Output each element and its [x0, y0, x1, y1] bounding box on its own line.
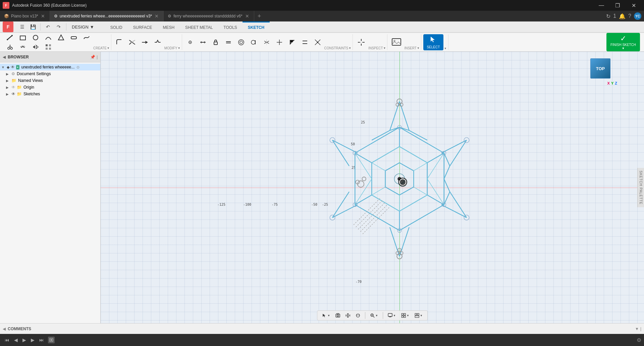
user-avatar[interactable]: YC — [634, 12, 641, 20]
settings-button[interactable]: ⚙ — [637, 337, 641, 343]
line-tool-button[interactable] — [4, 33, 16, 42]
skip-back-button[interactable]: ⏮ — [3, 336, 11, 344]
new-tab-button[interactable]: + — [254, 11, 265, 21]
pan-tool-button[interactable] — [343, 312, 352, 319]
expand-arrow-root[interactable]: ▼ — [1, 65, 6, 69]
browser-pin-icon[interactable]: 📌 — [90, 55, 95, 59]
tab-close-3-button[interactable]: ✕ — [245, 13, 250, 19]
tab-close-active-button[interactable]: ✕ — [154, 13, 159, 19]
lock-constraint-button[interactable] — [210, 38, 222, 47]
trim-tool-button[interactable] — [126, 38, 138, 47]
collinear-constraint-button[interactable] — [197, 38, 209, 47]
eye-icon-origin[interactable]: 👁 — [11, 85, 15, 90]
insert-image-button[interactable] — [389, 36, 404, 49]
finish-sketch-button[interactable]: ✓ FINISH SKETCH ▼ — [606, 33, 640, 51]
eye-icon-root[interactable]: 👁 — [11, 65, 15, 69]
close-button[interactable]: ✕ — [626, 0, 641, 11]
view-cube[interactable]: TOP X Y Z — [590, 58, 617, 85]
eye-icon-sketches[interactable]: 👁 — [11, 92, 15, 96]
undo-button[interactable]: ↶ — [43, 22, 53, 32]
concentric-constraint-button[interactable] — [235, 38, 247, 47]
coincident-constraint-button[interactable] — [184, 38, 196, 47]
perpendicular-constraint-button[interactable] — [286, 38, 298, 47]
next-button[interactable]: ▶ — [29, 336, 37, 344]
refresh-icon[interactable]: ↻ — [606, 13, 610, 19]
tab-solid[interactable]: SOLID — [105, 21, 128, 32]
tab-close-button[interactable]: ✕ — [40, 13, 46, 19]
rectangle-tool-button[interactable] — [17, 33, 29, 42]
skip-forward-button[interactable]: ⏭ — [37, 336, 46, 344]
tree-item-document-settings[interactable]: ▶ ⚙ Document Settings — [0, 70, 100, 77]
tree-item-origin[interactable]: ▶ 👁 📁 Origin — [0, 84, 100, 91]
tab-tools[interactable]: TOOLS — [218, 21, 242, 32]
tree-item-sketches[interactable]: ▶ 👁 📁 Sketches — [0, 91, 100, 97]
workspace-selector[interactable]: DESIGN ▼ — [69, 23, 97, 31]
slot-tool-button[interactable] — [68, 33, 80, 42]
select-button[interactable]: SELECT — [423, 34, 443, 50]
inspect-label-arrow[interactable]: INSPECT ▼ — [368, 46, 386, 50]
fillet-tool-button[interactable] — [113, 38, 125, 47]
browser-collapse-icon[interactable]: ◀ — [3, 55, 6, 59]
tab-ferry-wheel[interactable]: ⚙ unextruded ferries wheee...eeeeeeeeeee… — [50, 11, 164, 21]
polygon-tool-button[interactable] — [55, 33, 67, 42]
record-button[interactable] — [48, 337, 55, 343]
scissors-tool-button[interactable] — [4, 43, 16, 51]
comments-collapse-icon[interactable]: ▼ — [635, 327, 639, 331]
minimize-button[interactable]: — — [594, 0, 609, 11]
constraints-label-arrow[interactable]: CONSTRAINTS ▼ — [324, 46, 352, 50]
symmetric-constraint-button[interactable] — [261, 38, 273, 47]
modify-label-arrow[interactable]: MODIFY ▼ — [164, 46, 180, 50]
horiz-vert-constraint-button[interactable] — [273, 38, 285, 47]
notification-icon[interactable]: 🔔 — [619, 13, 626, 19]
tab-piano-box[interactable]: 📦 Piano box v13* ✕ — [0, 11, 50, 21]
help-icon[interactable]: ? — [628, 13, 631, 19]
comments-expand-icon[interactable]: ◀ — [3, 327, 6, 331]
tree-item-root[interactable]: ▼ ◆ 👁 • unextruded ferries wheeeee... ⊙ — [0, 64, 100, 70]
cursor-tool-button[interactable]: ▼ — [320, 312, 332, 319]
redo-button[interactable]: ↷ — [54, 22, 63, 32]
insert-label-arrow[interactable]: INSERT ▼ — [404, 46, 419, 50]
tab-mesh[interactable]: MESH — [157, 21, 180, 32]
inspect-button[interactable] — [355, 37, 368, 48]
tangent-constraint-button[interactable] — [248, 38, 260, 47]
tree-item-named-views[interactable]: ▶ 📁 Named Views — [0, 77, 100, 84]
view-cube-top-face[interactable]: TOP — [590, 58, 610, 79]
capture-image-button[interactable] — [333, 312, 342, 319]
restore-button[interactable]: ❐ — [610, 0, 625, 11]
arc-tool-button[interactable] — [42, 33, 54, 42]
select-arrow[interactable]: ▼ — [444, 47, 447, 50]
expand-arrow-named[interactable]: ▶ — [6, 79, 11, 83]
parallel-constraint-button[interactable] — [299, 38, 311, 47]
canvas-area[interactable]: 25 50 25 -25 -50 -75 -100 -125 -70 .sket… — [101, 52, 644, 323]
save-button[interactable]: 💾 — [28, 22, 38, 32]
comments-pin-icon[interactable]: | — [640, 327, 641, 331]
pattern-tool-button[interactable] — [42, 43, 54, 51]
mirror-tool-button[interactable] — [30, 43, 42, 51]
break-tool-button[interactable] — [152, 38, 164, 47]
expand-arrow-origin[interactable]: ▶ — [6, 86, 11, 89]
sketch-palette[interactable]: SKETCH PALETTE — [637, 168, 644, 207]
prev-button[interactable]: ◀ — [12, 336, 20, 344]
offset-tool-button[interactable] — [17, 43, 29, 51]
tab-ferry-stand[interactable]: ⚙ ferry wheeeeeeeeeeel standddddd v6* ✕ — [164, 11, 254, 21]
display-settings-button[interactable]: ▼ — [386, 312, 398, 319]
viewport-settings-button[interactable]: ▼ — [413, 312, 425, 319]
tab-sheet-metal[interactable]: SHEET METAL — [180, 21, 218, 32]
extend-tool-button[interactable] — [139, 38, 151, 47]
tab-sketch[interactable]: SKETCH — [243, 21, 270, 32]
tab-surface[interactable]: SURFACE — [128, 21, 158, 32]
spline-tool-button[interactable] — [80, 33, 93, 42]
expand-arrow-sketches[interactable]: ▶ — [6, 92, 11, 96]
root-settings-icon[interactable]: ⊙ — [76, 65, 79, 69]
hamburger-menu-button[interactable]: ☰ — [17, 22, 27, 32]
expand-arrow-doc[interactable]: ▶ — [6, 72, 11, 76]
grid-settings-button[interactable]: ▼ — [399, 312, 411, 319]
zoom-tool-button[interactable]: ▼ — [368, 312, 380, 319]
create-label-arrow[interactable]: CREATE ▼ — [93, 46, 110, 50]
orbit-tool-button[interactable] — [354, 312, 362, 319]
play-button[interactable]: ▶ — [20, 336, 28, 344]
browser-expand-icon[interactable]: | — [97, 55, 98, 59]
circle-tool-button[interactable] — [30, 33, 42, 42]
midpoint-constraint-button[interactable] — [312, 38, 324, 47]
equal-constraint-button[interactable] — [222, 38, 234, 47]
